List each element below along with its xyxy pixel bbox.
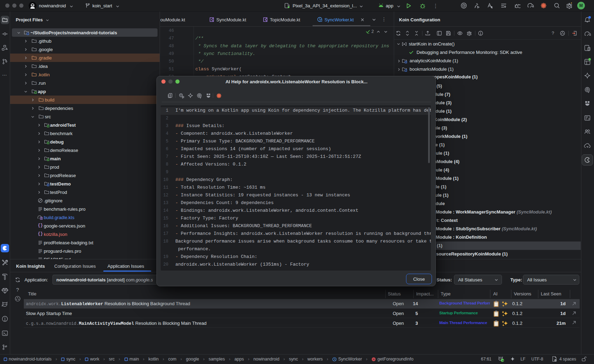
svg-text:m: m	[373, 358, 375, 361]
